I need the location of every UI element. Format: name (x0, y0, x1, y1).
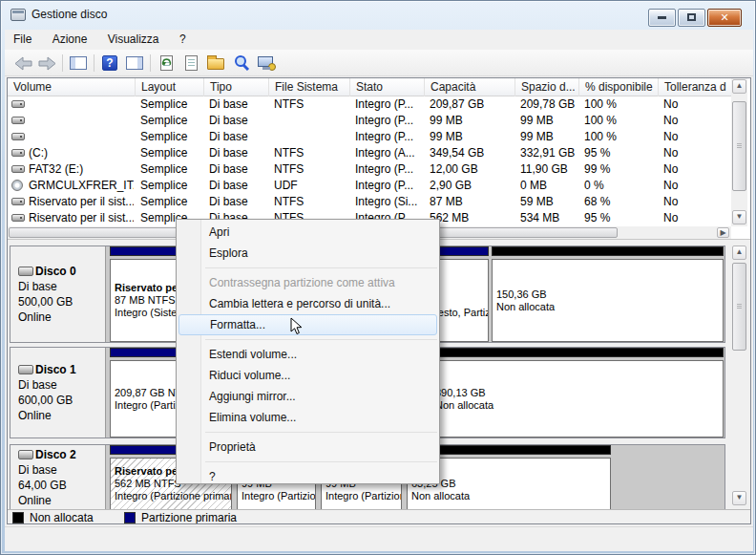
open-button[interactable] (205, 53, 226, 73)
menu-item-proprieta[interactable]: Proprietà (178, 437, 437, 458)
disk-management-window: Gestione disco ✕ File Azione Visualizza … (0, 0, 756, 555)
show-console-tree-button[interactable] (68, 53, 89, 73)
menu-file[interactable]: File (5, 30, 40, 46)
cell-fs: NTFS (274, 162, 347, 177)
column-file-sistema[interactable]: File Sistema (268, 78, 349, 96)
legend-bar: Non allocata Partizione primaria (8, 509, 751, 524)
disk-type: Di base (18, 378, 105, 392)
cell-tolleranza: No (663, 130, 726, 144)
show-action-pane-button[interactable] (124, 53, 145, 73)
cell-pct: 100 % (584, 114, 657, 128)
table-row[interactable]: GRMCULXFRER_IT...SempliceDi baseUDFInteg… (8, 178, 731, 194)
scrollbar-thumb[interactable] (732, 101, 746, 191)
cell-spazio: 209,78 GB (520, 97, 578, 112)
cell-layout: Semplice (140, 130, 201, 144)
disk-size: 64,00 GB (18, 479, 105, 492)
disk-settings-button[interactable] (255, 53, 276, 73)
unallocated-disco0[interactable]: 150,36 GBNon allocata (492, 246, 724, 342)
disk-header-disco1[interactable]: Disco 1 Di base 600,00 GB Online (10, 348, 106, 438)
column-tolleranza[interactable]: Tolleranza d (658, 78, 730, 96)
maximize-button[interactable] (678, 9, 705, 27)
disk-header-disco2[interactable]: Disco 2 Di base 64,00 GB Online (10, 445, 106, 509)
cd-icon (11, 180, 23, 191)
column-tipo[interactable]: Tipo (203, 78, 268, 96)
scroll-up-arrow[interactable]: ▲ (732, 79, 746, 94)
find-button[interactable] (230, 53, 251, 73)
cell-pct: 95 % (584, 146, 657, 160)
scroll-down-arrow[interactable]: ▼ (732, 491, 746, 505)
cell-capacita: 209,87 GB (430, 97, 514, 112)
minimize-button[interactable] (648, 9, 676, 27)
cell-volume (29, 97, 134, 112)
forward-button[interactable] (37, 53, 58, 73)
table-row[interactable]: SempliceDi baseIntegro (P...99 MB99 MB10… (8, 113, 731, 129)
cell-capacita: 87 MB (430, 195, 514, 209)
cell-tolleranza: No (663, 195, 726, 209)
menu-item-aggiungi-mirror[interactable]: Aggiungi mirror... (178, 386, 437, 407)
menu-item-contrassegna-attiva: Contrassegna partizione come attiva (178, 272, 437, 293)
table-vertical-scrollbar[interactable]: ▲ ▼ (731, 78, 747, 226)
cell-stato: Integro (P... (355, 97, 424, 112)
menu-bar: File Azione Visualizza ? (5, 30, 753, 50)
menu-item-esplora[interactable]: Esplora (178, 243, 437, 264)
scroll-down-arrow[interactable]: ▼ (732, 210, 746, 224)
column-capacita[interactable]: Capacità (424, 78, 514, 96)
menu-item-elimina-volume[interactable]: Elimina volume... (178, 407, 437, 428)
disk-size: 600,00 GB (18, 394, 105, 407)
cell-tipo: Di base (209, 195, 266, 209)
column-pct-disponibile[interactable]: % disponibile (578, 78, 658, 96)
menu-azione[interactable]: Azione (44, 30, 96, 46)
menu-item-apri[interactable]: Apri (178, 222, 437, 243)
cell-volume (29, 114, 134, 128)
disk-pane-vertical-scrollbar[interactable]: ▲ ▼ (731, 243, 747, 509)
menu-item-help[interactable]: ? (178, 466, 437, 487)
partition-color-bar (492, 246, 724, 256)
menu-item-riduci-volume[interactable]: Riduci volume... (178, 365, 437, 386)
disk-status: Online (18, 409, 105, 422)
console-tree-icon (70, 56, 87, 70)
column-stato[interactable]: Stato (349, 78, 424, 96)
cell-spazio: 11,90 GB (520, 162, 578, 177)
menu-item-cambia-lettera[interactable]: Cambia lettera e percorso di unità... (178, 293, 437, 314)
menu-visualizza[interactable]: Visualizza (99, 30, 168, 46)
menu-item-formatta[interactable]: Formatta... (178, 314, 437, 335)
disk-name: Disco 1 (35, 363, 76, 376)
cell-capacita: 99 MB (430, 114, 514, 128)
table-row[interactable]: (C:)SempliceDi baseNTFSIntegro (A...349,… (8, 145, 731, 161)
help-button[interactable]: ? (99, 53, 120, 73)
back-button[interactable] (12, 53, 33, 73)
table-row[interactable]: Riservato per il sist...SempliceDi baseN… (8, 194, 731, 210)
cell-pct: 100 % (584, 130, 657, 144)
scroll-right-arrow[interactable]: ▶ (717, 227, 729, 238)
title-bar[interactable]: Gestione disco ✕ (1, 1, 756, 30)
column-spazio[interactable]: Spazio d... (514, 78, 578, 96)
cell-layout: Semplice (140, 146, 201, 160)
column-layout[interactable]: Layout (135, 78, 203, 96)
cell-volume: FAT32 (E:) (29, 162, 134, 177)
unallocated-disco1[interactable]: 390,13 GBNon allocata (430, 348, 724, 438)
cell-tolleranza: No (663, 162, 726, 177)
scroll-up-arrow[interactable]: ▲ (732, 245, 746, 260)
close-button[interactable]: ✕ (707, 9, 742, 27)
context-menu: Apri Esplora Contrassegna partizione com… (176, 219, 440, 484)
cell-spazio: 99 MB (520, 114, 578, 128)
menu-help[interactable]: ? (171, 30, 195, 46)
cell-tolleranza: No (663, 97, 726, 112)
cell-spazio: 59 MB (520, 195, 578, 209)
cell-layout: Semplice (140, 195, 201, 209)
partition-status: Integro (Partizione primaria) (115, 490, 231, 502)
refresh-button[interactable] (156, 53, 177, 73)
disk-icon (18, 267, 33, 276)
disk-status: Online (18, 494, 105, 507)
table-row[interactable]: FAT32 (E:)SempliceDi baseNTFSIntegro (P.… (8, 161, 731, 178)
table-row[interactable]: SempliceDi baseIntegro (P...99 MB99 MB10… (8, 129, 731, 145)
menu-item-estendi-volume[interactable]: Estendi volume... (178, 344, 437, 365)
cell-spazio: 332,91 GB (520, 146, 578, 160)
scrollbar-thumb[interactable] (732, 263, 746, 351)
column-volume[interactable]: Volume (8, 78, 135, 96)
table-row[interactable]: SempliceDi baseNTFSIntegro (P...209,87 G… (8, 96, 731, 113)
disk-header-disco0[interactable]: Disco 0 Di base 500,00 GB Online (10, 246, 106, 342)
menu-separator (205, 432, 437, 433)
partition-status: Non allocata (435, 399, 723, 412)
properties-button[interactable] (180, 53, 201, 73)
